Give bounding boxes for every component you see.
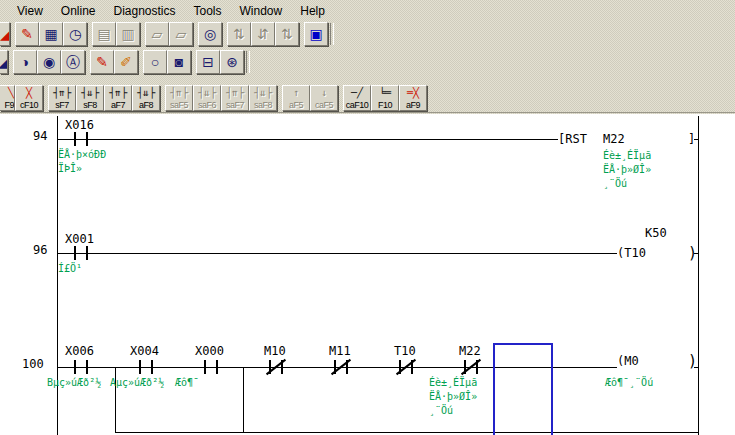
ladder-tool-saf8[interactable]: ┤⇊├saF8 [249, 85, 277, 111]
trace-button[interactable]: ⊛ [220, 50, 244, 74]
contact-x004[interactable] [139, 360, 153, 374]
toolbar-button-clipped[interactable]: ◢ [0, 22, 10, 46]
toolbar-button-clipped[interactable]: ◢ [0, 50, 8, 74]
entry-data-monitor-button[interactable]: ◷ [63, 22, 87, 46]
ladder-tool-saf5[interactable]: ┤⇈├saF5 [165, 85, 193, 111]
line-draw-icon: ╘═ [379, 87, 391, 98]
delete-line-icon: ╲ [8, 87, 14, 98]
window-arrange-button-2[interactable]: ▱ [169, 22, 193, 46]
line-erase-icon: ═╳ [407, 87, 419, 98]
ladder-tool-f9[interactable]: ╲F9 [0, 85, 15, 111]
insert-mode-button[interactable]: ✐ [114, 50, 138, 74]
contact-nc-t10[interactable] [399, 360, 413, 374]
ladder-tool-af9[interactable]: ═╳aF9 [399, 85, 427, 111]
ladder-tool-af8[interactable]: ┤⇊├aF8 [132, 85, 160, 111]
ladder-tool-caf5[interactable]: ↓caF5 [310, 85, 338, 111]
ladder-tool-af5[interactable]: ↑aF5 [282, 85, 310, 111]
edit-cursor[interactable] [493, 343, 553, 435]
rung-number: 94 [33, 129, 47, 143]
pulse-or-icon: ┤⇈├ [170, 87, 188, 98]
ladder-editor[interactable]: 94 96 100 X016 ËÅ·þ×óÐÐ ÏÞÎ» [RST M22 ] … [0, 114, 735, 435]
coil-close-paren: ) [688, 354, 697, 368]
contact-nc-m10[interactable] [269, 360, 283, 374]
marker-icon: ◢ [0, 27, 10, 41]
zoom-circle-icon: ○ [151, 55, 159, 69]
branch-bottom-wire [115, 432, 698, 433]
contact-x001[interactable] [74, 246, 88, 260]
ladder-monitor-button[interactable]: ◑ [13, 50, 37, 74]
write-mode-button[interactable]: ✎ [90, 50, 114, 74]
rung-number: 96 [33, 243, 47, 257]
device-label-t10: T10 [394, 345, 416, 358]
sort-icon: ⇵ [257, 27, 269, 41]
rung-96-wire [57, 253, 617, 254]
menu-bar: View Online Diagnostics Tools Window Hel… [0, 2, 735, 20]
contact-nc-m11[interactable] [334, 360, 348, 374]
contact-x000[interactable] [204, 360, 218, 374]
ladder-tool-f10[interactable]: ╘═F10 [371, 85, 399, 111]
menu-item-help[interactable]: Help [291, 3, 334, 20]
device-label-m22: M22 [459, 345, 481, 358]
contact-x006[interactable] [74, 360, 88, 374]
menu-item-tools[interactable]: Tools [185, 3, 231, 20]
read-mode-button[interactable]: ○ [143, 50, 167, 74]
pulse-open-contact-icon: ┤⇈├ [53, 87, 71, 98]
pulse-close-contact-icon: ┤⇈├ [109, 87, 127, 98]
monitor-write-button[interactable]: ◙ [167, 50, 191, 74]
monitor-toolbar: ◢ ◑ ◉ Ⓐ ✎ ✐ ○ ◙ ⊟ ⊛ [0, 49, 252, 75]
up-arrow-icon: ↑ [293, 87, 299, 98]
program-check-button[interactable]: ✎ [15, 22, 39, 46]
device-label-x000: X000 [195, 345, 224, 358]
rung-number: 100 [22, 357, 44, 371]
device-test-button-3[interactable]: ⇅ [275, 22, 299, 46]
comment-display-button[interactable]: Ⓐ [61, 50, 85, 74]
device-test-button-1[interactable]: ⇅ [227, 22, 251, 46]
pulse-or-fall-icon: ┤⇊├ [198, 87, 216, 98]
menu-item-window[interactable]: Window [231, 3, 292, 20]
ladder-tool-af7[interactable]: ┤⇈├aF7 [104, 85, 132, 111]
project-data-list-button[interactable]: ▦ [39, 22, 63, 46]
ladder-tool-caf10[interactable]: ─╱caF10 [343, 85, 371, 111]
window-arrange-button-1[interactable]: ▱ [145, 22, 169, 46]
sheets-icon: ▥ [121, 27, 134, 41]
device-label-x004: X004 [130, 345, 159, 358]
device-test-button[interactable]: ⊟ [196, 50, 220, 74]
menu-item-diagnostics[interactable]: Diagnostics [104, 3, 184, 20]
monitor-button[interactable]: ▣ [304, 22, 328, 46]
device-test-button-2[interactable]: ⇵ [251, 22, 275, 46]
ladder-tool-sf7[interactable]: ┤⇈├sF7 [48, 85, 76, 111]
ladder-tool-saf6[interactable]: ┤⇊├saF6 [193, 85, 221, 111]
coil-close-paren: ) [688, 246, 697, 260]
coil-t10[interactable]: (T10 [617, 247, 646, 260]
instruction-rst[interactable]: [RST [558, 133, 587, 146]
sort-icon: ⇅ [233, 27, 245, 41]
device-batch-monitor-button[interactable]: ◉ [37, 50, 61, 74]
trace-search-icon: ⊛ [226, 55, 238, 69]
comment-x016: ËÅ·þ×óÐÐ ÏÞÎ» [58, 148, 106, 176]
comment-m22: Éè±¸ÉÏµã ËÅ·þ»ØÎ» ¸¨Öú [603, 149, 651, 191]
find-device-button[interactable]: ◎ [198, 22, 222, 46]
contact-x016[interactable] [74, 132, 88, 146]
main-toolbar: ◢ ✎ ▦ ◷ ▤ ▥ ▱ ▱ ◎ ⇅ ⇵ ⇅ ▣ [0, 21, 336, 47]
ladder-tool-saf7[interactable]: ┤⇈├saF7 [221, 85, 249, 111]
menu-item-online[interactable]: Online [52, 3, 105, 20]
ladder-tool-sf8[interactable]: ┤⇊├sF8 [76, 85, 104, 111]
screen-button-1[interactable]: ▤ [92, 22, 116, 46]
screen-button-2[interactable]: ▥ [116, 22, 140, 46]
grid-icon: ▦ [44, 27, 57, 41]
zoom-icon: ◢ [0, 55, 8, 69]
zoom-pie-icon: ◉ [43, 55, 55, 69]
comment-x001: Í£Ö¹ [58, 262, 82, 276]
clock-search-icon: ◷ [69, 27, 81, 41]
window-icon: ▱ [176, 27, 187, 41]
instruction-close-bracket: ] [688, 133, 695, 146]
zoom-bar-icon: ◑ [21, 55, 29, 69]
comment-search-icon: Ⓐ [66, 55, 80, 69]
zoom-device-icon: ◙ [175, 55, 183, 69]
menu-item-view[interactable]: View [8, 3, 52, 20]
rung-94-wire [57, 139, 558, 140]
ladder-tool-cf10[interactable]: ╳cF10 [15, 85, 43, 111]
contact-nc-m22[interactable] [464, 360, 478, 374]
coil-m0[interactable]: (M0 [617, 355, 639, 368]
right-bus-wire [698, 116, 699, 435]
